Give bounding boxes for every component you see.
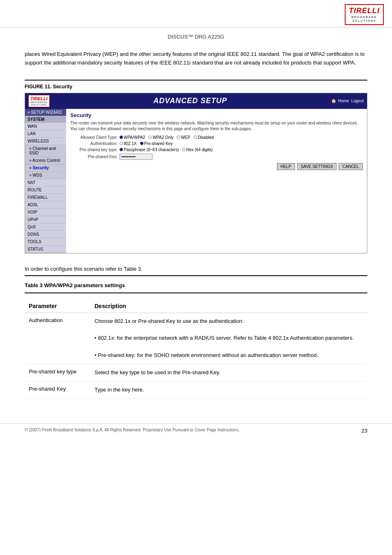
sidebar-item-upnp[interactable]: UPnP (25, 216, 66, 223)
sidebar-item-route[interactable]: ROUTE (25, 187, 66, 194)
figure-label: FIGURE 11. Security (25, 84, 367, 90)
router-ui-header: TIRELLI BROADBANDSOLUTIONS ADVANCED SETU… (25, 93, 367, 109)
router-body: » SETUP WIZARD SYSTEM WAN LAN WIRELESS »… (25, 109, 367, 253)
router-section-title: Security (70, 112, 363, 118)
radio-wpa2-only (148, 136, 152, 139)
col-description: Description (90, 299, 367, 313)
router-header-nav: 🏠 Home Logout (331, 99, 364, 103)
sidebar-item-setup-wizard[interactable]: » SETUP WIZARD (25, 109, 66, 116)
router-logo-text: TIRELLI (30, 96, 48, 101)
main-content: places Wired Equivalent Privacy (WEP) an… (0, 46, 392, 407)
sidebar-item-firewall[interactable]: FIREWALL (25, 194, 66, 201)
psk-input[interactable] (120, 154, 152, 160)
sidebar-item-channel-ssid[interactable]: » Channel and SSID (25, 145, 66, 157)
router-main-panel: Security The router can transmit your da… (66, 109, 367, 253)
figure-label-line (25, 80, 367, 81)
allowed-client-row: Allowed Client Type: WPA/WPA2 WPA2 Only (70, 135, 363, 140)
page-footer: © (2007) Pirelli Broadband Solutions S.p… (0, 423, 392, 438)
in-order-text: In order to configure this scenario refe… (25, 266, 367, 272)
sidebar-item-security[interactable]: » Security (25, 164, 66, 172)
router-buttons: HELP SAVE SETTINGS CANCEL (70, 163, 363, 170)
desc-psk-type: Select the key type to be used in the Pr… (90, 364, 367, 381)
sidebar-item-voip[interactable]: VOIP (25, 209, 66, 216)
option-disabled[interactable]: Disabled (194, 135, 214, 140)
table-line-2 (25, 292, 367, 293)
option-802-1x[interactable]: 802.1X (120, 141, 137, 146)
radio-passphrase (120, 148, 123, 151)
router-home-link[interactable]: Home (338, 99, 349, 103)
psk-type-label: Pre-shared key type: (70, 147, 120, 152)
psk-value-label: Pre-shared Key: (70, 154, 120, 159)
table-row: Pre-shared Key Type in the key here. (25, 381, 367, 398)
logo-container: TIRELLI BROADBANDSOLUTIONS (345, 4, 384, 25)
save-settings-button[interactable]: SAVE SETTINGS (297, 163, 337, 170)
intro-text: places Wired Equivalent Privacy (WEP) an… (25, 50, 367, 67)
radio-hex (182, 148, 185, 151)
radio-802-1x (120, 142, 123, 145)
cancel-button[interactable]: CANCEL (339, 163, 363, 170)
page-header: TIRELLI BROADBANDSOLUTIONS (0, 0, 392, 28)
option-hex[interactable]: Hex (64 digits) (182, 147, 212, 152)
page-number: 23 (362, 428, 367, 434)
sidebar-item-wds[interactable]: » WDS (25, 172, 66, 179)
logo-text-top: TIRELLI (349, 7, 380, 15)
sidebar-item-tools[interactable]: TOOLS (25, 238, 66, 246)
option-wep[interactable]: WEP (177, 135, 190, 140)
radio-wep (177, 136, 180, 139)
option-passphrase[interactable]: Passphrase (8~63 characters) (120, 147, 179, 152)
router-logo-box: TIRELLI BROADBANDSOLUTIONS (28, 95, 50, 107)
home-icon: 🏠 (331, 99, 336, 103)
table-title: Table 3 WPA/WPA2 parameters settings (25, 282, 367, 288)
param-table: Parameter Description Authentication Cho… (25, 299, 367, 399)
router-sidebar: » SETUP WIZARD SYSTEM WAN LAN WIRELESS »… (25, 109, 66, 253)
router-logo: TIRELLI BROADBANDSOLUTIONS (28, 95, 50, 107)
footer-copyright: © (2007) Pirelli Broadband Solutions S.p… (25, 428, 240, 434)
sidebar-item-access-control[interactable]: » Access Control (25, 157, 66, 164)
option-wpa-wpa2[interactable]: WPA/WPA2 (120, 135, 145, 140)
param-psk-type: Pre-shared key type (25, 364, 90, 381)
table-row: Authentication Choose 802.1x or Pre-shar… (25, 313, 367, 364)
router-ui: TIRELLI BROADBANDSOLUTIONS ADVANCED SETU… (25, 93, 367, 253)
option-pre-shared-key[interactable]: Pre-shared Key (140, 141, 173, 146)
router-logout-link[interactable]: Logout (351, 99, 364, 103)
sidebar-item-adsl[interactable]: ADSL (25, 201, 66, 209)
sidebar-item-wan[interactable]: WAN (25, 123, 66, 130)
auth-options: 802.1X Pre-shared Key (120, 141, 173, 146)
psk-type-row: Pre-shared key type: Passphrase (8~63 ch… (70, 147, 363, 152)
param-authentication: Authentication (25, 313, 90, 364)
router-header-title: ADVANCED SETUP (153, 97, 227, 105)
option-wpa2-only[interactable]: WPA2 Only (148, 135, 173, 140)
logo-box: TIRELLI BROADBANDSOLUTIONS (345, 4, 384, 25)
logo-text-bottom: BROADBANDSOLUTIONS (349, 15, 380, 23)
authentication-row: Authentication: 802.1X Pre-shared Key (70, 141, 363, 146)
radio-disabled (194, 136, 197, 139)
psk-type-options: Passphrase (8~63 characters) Hex (64 dig… (120, 147, 213, 152)
help-button[interactable]: HELP (277, 163, 295, 170)
allowed-client-label: Allowed Client Type: (70, 135, 120, 140)
router-logo-sub: BROADBANDSOLUTIONS (30, 101, 48, 106)
sidebar-item-qos[interactable]: QoS (25, 223, 66, 231)
desc-authentication: Choose 802.1x or Pre-shared Key to use a… (90, 313, 367, 364)
table-line (25, 275, 367, 276)
sidebar-item-lan[interactable]: LAN (25, 130, 66, 138)
auth-label: Authentication: (70, 141, 120, 146)
param-psk: Pre-shared Key (25, 381, 90, 398)
sidebar-item-wireless[interactable]: WIRELESS (25, 138, 66, 145)
table-row: Pre-shared key type Select the key type … (25, 364, 367, 381)
router-description: The router can transmit your data secure… (70, 120, 363, 132)
col-parameter: Parameter (25, 299, 90, 313)
sidebar-item-system[interactable]: SYSTEM (25, 116, 66, 123)
desc-psk: Type in the key here. (90, 381, 367, 398)
sidebar-item-ddns[interactable]: DDNS (25, 231, 66, 238)
page-title: DISCUS™ DRG A225G (0, 28, 392, 46)
psk-value-row: Pre-shared Key: (70, 154, 363, 160)
radio-pre-shared-key (140, 142, 143, 145)
sidebar-item-nat[interactable]: NAT (25, 179, 66, 187)
allowed-client-options: WPA/WPA2 WPA2 Only WEP Disabled (120, 135, 214, 140)
radio-wpa-wpa2 (120, 136, 123, 139)
sidebar-item-status[interactable]: STATUS (25, 246, 66, 253)
